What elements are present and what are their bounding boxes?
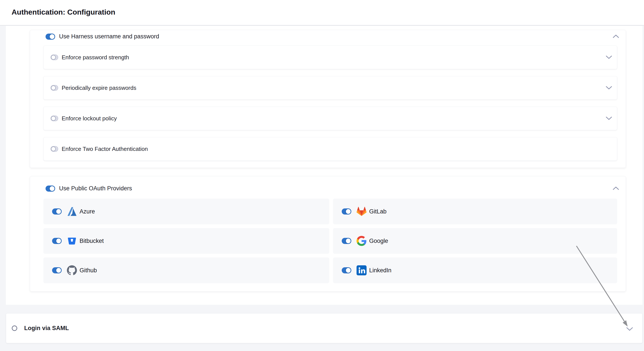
saml-label: Login via SAML [24, 325, 69, 332]
azure-icon [67, 206, 77, 216]
page-title: Authentication: Configuration [12, 8, 115, 16]
google-icon [356, 236, 366, 246]
enforce-two-factor-toggle[interactable] [50, 146, 58, 152]
authentication-configuration-page: Authentication: Configuration Use Harnes… [0, 0, 644, 351]
google-toggle[interactable] [342, 238, 351, 244]
password-section-header: Use Harness username and password [46, 33, 159, 40]
provider-row-github: Github [43, 258, 329, 283]
gitlab-icon [356, 206, 366, 216]
page-header: Authentication: Configuration [0, 0, 644, 26]
provider-label: Bitbucket [80, 238, 104, 244]
linkedin-icon [356, 265, 366, 275]
provider-row-linkedin: LinkedIn [333, 258, 617, 283]
azure-toggle[interactable] [52, 208, 62, 214]
provider-row-gitlab: GitLab [333, 198, 617, 224]
bitbucket-toggle[interactable] [52, 238, 62, 244]
enforce-password-strength-row: Enforce password strength [43, 46, 617, 69]
github-toggle[interactable] [52, 267, 62, 274]
provider-label: Google [369, 238, 388, 244]
enforce-lockout-policy-row: Enforce lockout policy [43, 106, 617, 130]
provider-row-azure: Azure [43, 198, 329, 224]
periodically-expire-passwords-row: Periodically expire passwords [43, 76, 617, 100]
enforce-password-strength-toggle[interactable] [50, 54, 58, 60]
oauth-provider-grid: Azure Bitbucket [43, 198, 617, 283]
main-panel: Use Harness username and password Enforc… [6, 26, 642, 305]
public-oauth-providers-toggle[interactable] [46, 186, 55, 192]
password-section-label: Use Harness username and password [59, 33, 159, 40]
harness-username-password-toggle[interactable] [46, 34, 55, 40]
saml-card: Login via SAML [6, 313, 642, 343]
provider-label: GitLab [369, 208, 386, 215]
password-auth-card: Use Harness username and password Enforc… [30, 30, 626, 168]
provider-row-bitbucket: Bitbucket [43, 228, 329, 254]
chevron-down-icon[interactable] [606, 86, 612, 90]
chevron-down-icon[interactable] [606, 56, 612, 59]
provider-label: Github [80, 267, 97, 274]
oauth-section-label: Use Public OAuth Providers [59, 185, 132, 192]
provider-label: LinkedIn [369, 267, 392, 274]
chevron-down-icon[interactable] [606, 117, 612, 120]
gitlab-toggle[interactable] [342, 208, 351, 214]
saml-radio[interactable] [12, 326, 17, 331]
row-label: Periodically expire passwords [62, 84, 136, 91]
linkedin-toggle[interactable] [342, 267, 351, 274]
row-label: Enforce lockout policy [62, 115, 117, 122]
enforce-two-factor-row: Enforce Two Factor Authentication [43, 137, 617, 161]
oauth-providers-card: Use Public OAuth Providers Azure [30, 176, 626, 292]
chevron-up-icon[interactable] [612, 186, 619, 190]
provider-label: Azure [80, 208, 95, 215]
oauth-section-header: Use Public OAuth Providers [46, 185, 132, 192]
periodically-expire-passwords-toggle[interactable] [50, 85, 58, 91]
chevron-up-icon[interactable] [612, 34, 619, 38]
bitbucket-icon [67, 236, 77, 246]
enforce-lockout-policy-toggle[interactable] [50, 116, 58, 121]
row-label: Enforce Two Factor Authentication [62, 146, 148, 152]
github-icon [67, 265, 77, 275]
row-label: Enforce password strength [62, 54, 129, 61]
chevron-down-icon[interactable] [626, 327, 633, 331]
provider-row-google: Google [333, 228, 617, 254]
